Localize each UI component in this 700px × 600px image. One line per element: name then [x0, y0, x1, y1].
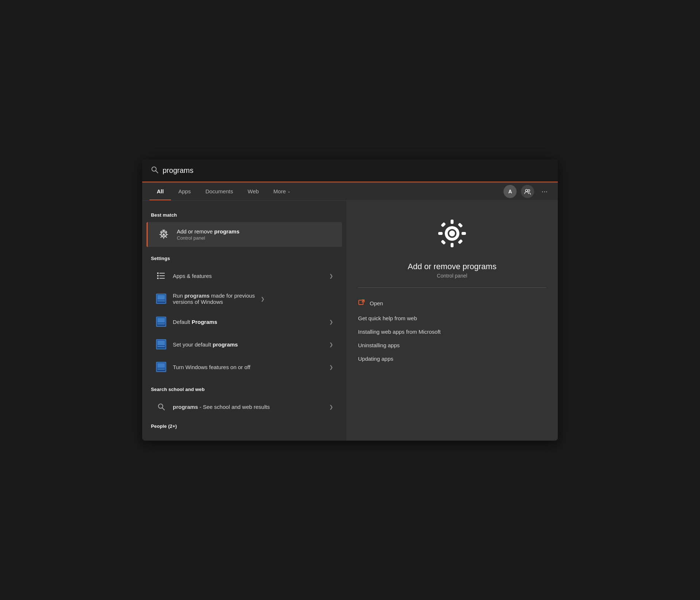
svg-rect-31	[451, 220, 454, 224]
svg-rect-22	[157, 346, 166, 349]
settings-item-run-programs[interactable]: Run programs made for previous versions …	[147, 287, 342, 310]
svg-rect-19	[158, 318, 165, 322]
action-open[interactable]: Open	[358, 295, 546, 311]
settings-item-set-default[interactable]: Set your default programs ❯	[147, 333, 342, 355]
search-input[interactable]	[163, 166, 549, 175]
chevron-icon-2: ❯	[261, 296, 265, 302]
tab-all[interactable]: All	[149, 182, 171, 200]
svg-rect-14	[157, 300, 166, 303]
default-programs-icon	[155, 316, 167, 328]
settings-label: Settings	[142, 253, 346, 264]
search-school-label: Search school and web	[142, 384, 346, 395]
action-install-web-apps[interactable]: Installing web apps from Microsoft	[358, 325, 546, 338]
chevron-icon-5: ❯	[329, 364, 333, 370]
set-default-label: Set your default programs	[173, 341, 323, 348]
svg-rect-6	[157, 272, 159, 274]
chevron-icon-4: ❯	[329, 342, 333, 347]
run-programs-icon	[155, 293, 167, 305]
svg-rect-9	[159, 275, 165, 276]
svg-rect-36	[458, 222, 463, 228]
action-uninstalling-apps[interactable]: Uninstalling apps	[358, 338, 546, 352]
apps-features-icon	[155, 270, 167, 282]
default-programs-label: Default Programs	[173, 319, 323, 325]
svg-point-0	[152, 167, 156, 171]
avatar-button[interactable]: A	[503, 185, 517, 198]
left-panel: Best match Add or remove programs C	[142, 201, 346, 441]
settings-item-windows-features[interactable]: Turn Windows features on or off ❯	[147, 356, 342, 378]
chevron-down-icon: ⌄	[287, 189, 291, 194]
svg-point-30	[449, 231, 455, 236]
svg-rect-38	[458, 239, 463, 244]
main-content: Best match Add or remove programs C	[142, 201, 558, 441]
tab-documents[interactable]: Documents	[198, 182, 240, 200]
people-label: People (2+)	[142, 421, 346, 432]
svg-point-28	[159, 404, 163, 409]
svg-rect-32	[451, 243, 454, 247]
right-panel-gear-icon	[434, 215, 470, 253]
settings-item-default-programs[interactable]: Default Programs ❯	[147, 311, 342, 333]
tabs-right: A ···	[503, 185, 551, 198]
tab-web[interactable]: Web	[240, 182, 266, 200]
svg-rect-18	[157, 323, 166, 326]
svg-line-1	[156, 171, 158, 173]
chevron-icon-3: ❯	[329, 319, 333, 325]
people-icon-button[interactable]	[521, 185, 534, 198]
more-options-button[interactable]: ···	[538, 186, 551, 197]
people-section: People (2+)	[142, 421, 346, 432]
set-default-icon	[155, 338, 167, 350]
best-match-text: Add or remove programs Control panel	[177, 228, 240, 241]
search-web-label: programs - See school and web results	[173, 404, 323, 410]
svg-rect-11	[159, 278, 165, 279]
svg-rect-37	[441, 240, 446, 245]
right-panel-actions: Open Get quick help from web Installing …	[358, 295, 546, 365]
chevron-icon: ❯	[329, 273, 333, 279]
search-bar	[142, 159, 558, 182]
svg-rect-35	[441, 222, 446, 227]
settings-item-apps-features[interactable]: Apps & features ❯	[147, 265, 342, 287]
best-match-item[interactable]: Add or remove programs Control panel	[147, 222, 342, 247]
action-quick-help[interactable]: Get quick help from web	[358, 311, 546, 325]
svg-point-3	[528, 189, 530, 191]
svg-rect-10	[157, 278, 159, 279]
tab-apps[interactable]: Apps	[171, 182, 198, 200]
search-icon	[151, 166, 158, 175]
svg-rect-7	[159, 273, 165, 274]
settings-section: Settings Apps & features	[142, 253, 346, 378]
svg-line-29	[163, 408, 165, 410]
tabs-left: All Apps Documents Web More ⌄	[149, 182, 503, 200]
svg-rect-15	[158, 295, 165, 299]
svg-rect-26	[157, 368, 166, 371]
tabs-row: All Apps Documents Web More ⌄ A ···	[142, 182, 558, 201]
search-web-icon	[155, 401, 167, 413]
chevron-icon-6: ❯	[329, 404, 333, 410]
windows-features-label: Turn Windows features on or off	[173, 364, 323, 370]
action-updating-apps[interactable]: Updating apps	[358, 352, 546, 365]
right-panel-divider	[358, 287, 546, 288]
search-web-item[interactable]: programs - See school and web results ❯	[147, 396, 342, 418]
search-container: All Apps Documents Web More ⌄ A ···	[142, 159, 558, 441]
svg-point-2	[525, 189, 528, 191]
search-web-section: Search school and web programs - See sch…	[142, 384, 346, 418]
run-programs-label: Run programs made for previous versions …	[173, 293, 255, 305]
svg-rect-34	[462, 232, 466, 235]
apps-features-label: Apps & features	[173, 273, 323, 279]
svg-point-5	[163, 233, 165, 236]
svg-rect-33	[438, 232, 443, 235]
open-icon	[358, 299, 365, 308]
windows-features-icon	[155, 361, 167, 373]
svg-rect-39	[359, 300, 363, 305]
svg-rect-27	[158, 363, 165, 368]
svg-rect-23	[158, 341, 165, 345]
best-match-icon	[156, 227, 171, 242]
best-match-title: Add or remove programs	[177, 228, 240, 235]
best-match-subtitle: Control panel	[177, 235, 240, 241]
right-panel: Add or remove programs Control panel Ope…	[346, 201, 558, 441]
right-panel-title: Add or remove programs	[408, 262, 496, 271]
right-panel-subtitle: Control panel	[437, 273, 467, 279]
tab-more[interactable]: More ⌄	[266, 182, 298, 200]
svg-rect-8	[157, 275, 159, 276]
best-match-label: Best match	[142, 209, 346, 221]
